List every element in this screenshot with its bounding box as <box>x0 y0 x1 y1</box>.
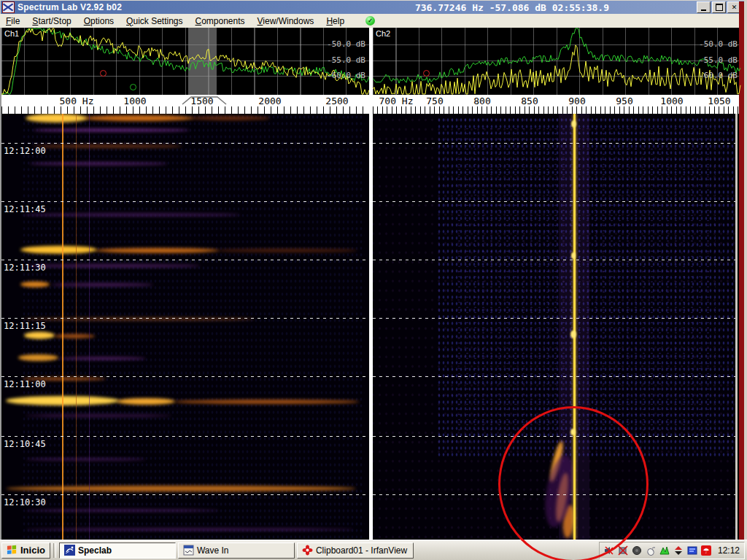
menu-item-quick-settings[interactable]: Quick Settings <box>126 16 182 26</box>
time-gridline <box>1 318 369 319</box>
time-gridline <box>373 260 735 260</box>
freq-tick-label: 950 <box>616 96 632 106</box>
minimize-button[interactable] <box>697 1 711 13</box>
spectrum-panel-ch1[interactable]: Ch1 -50.0 dB-55.0 dB-60.0 dB <box>1 28 369 95</box>
window-border-right <box>744 0 747 540</box>
time-axis-label: 12:11:45 <box>4 204 46 214</box>
freq-tick-label: 1000 <box>123 96 146 106</box>
noise-texture <box>437 117 735 459</box>
signal-streak <box>33 128 190 132</box>
db-axis-label: -60.0 dB <box>327 71 365 80</box>
desktop: { "window": { "title": "Spectrum Lab V2.… <box>0 0 747 560</box>
signal-streak <box>58 357 146 360</box>
updown-arrows-icon[interactable] <box>673 545 684 556</box>
maximize-icon <box>716 4 723 11</box>
titlebar[interactable]: Spectrum Lab V2.92 b02 736.77246 Hz -57.… <box>0 0 747 14</box>
db-axis-label: -60.0 dB <box>699 71 738 80</box>
panel-divider <box>369 28 373 540</box>
taskbar-clock[interactable]: 12:12 <box>718 545 740 556</box>
menu-item-file[interactable]: File <box>6 16 20 26</box>
time-axis-label: 12:11:15 <box>4 321 46 331</box>
waterfall-ch1[interactable]: 12:12:0012:11:4512:11:3012:11:1512:11:00… <box>1 114 369 540</box>
spectrum-trace-ch1-green <box>1 28 369 94</box>
taskbar-button-clipboard01-irfanview[interactable]: Clipboard01 - IrfanView <box>297 542 414 559</box>
minimize-icon <box>701 9 706 11</box>
freq-scale-right[interactable]: 700 Hz75080085090095010001050 <box>373 95 743 114</box>
menu-item-components[interactable]: Components <box>196 16 245 26</box>
maximize-button[interactable] <box>712 1 726 13</box>
carrier-knot <box>571 120 576 128</box>
freq-tick-label: 1050 <box>708 96 730 106</box>
time-gridline <box>373 436 735 437</box>
taskbar-button-label: Clipboard01 - IrfanView <box>316 545 407 556</box>
carrier-line <box>62 114 63 540</box>
mouse-icon[interactable] <box>646 545 656 556</box>
carrier-line <box>573 114 576 540</box>
menu-item-start-stop[interactable]: Start/Stop <box>32 16 71 26</box>
freq-tick-label: 2000 <box>258 96 281 106</box>
channel-label-ch2: Ch2 <box>376 29 390 38</box>
signal-streak <box>117 398 175 405</box>
signal-streak <box>190 116 270 120</box>
signal-streak <box>33 144 182 148</box>
freq-ticks-right <box>373 106 743 114</box>
spectrum-panel-ch2[interactable]: Ch2 -50.0 dB-55.0 dB-60.0 dB <box>373 28 741 95</box>
waterfall-ch2[interactable] <box>373 114 735 540</box>
audio-device-disabled-icon[interactable] <box>618 545 628 556</box>
network-monitor-icon[interactable] <box>659 545 670 556</box>
freq-tick-label: 750 <box>426 96 443 106</box>
freq-tick-label: 1500 <box>190 96 213 106</box>
avira-antivirus-icon[interactable]: ☂ <box>701 545 711 556</box>
spectrum-trace-ch1-yellow <box>1 28 369 94</box>
taskbar-button-speclab[interactable]: Speclab <box>59 542 176 559</box>
db-axis-label: -55.0 dB <box>699 55 738 65</box>
system-tray: ☂ 12:12 <box>599 542 745 559</box>
start-button[interactable]: Inicio <box>1 542 50 559</box>
time-gridline <box>373 376 735 377</box>
freq-tick-label: 2500 <box>325 96 348 106</box>
freq-scale-left[interactable]: 500 Hz1000150020002500 <box>1 95 369 114</box>
cursor-readout: 736.77246 Hz -57.086 dB 02:55:38.9 <box>415 2 609 13</box>
signal-streak <box>22 213 241 217</box>
time-gridline <box>1 376 369 377</box>
carrier-knot <box>570 429 576 435</box>
db-axis-label: -55.0 dB <box>327 55 365 65</box>
volume-muted-icon[interactable] <box>604 545 614 556</box>
db-axis-label: -50.0 dB <box>327 39 365 49</box>
signal-streak <box>26 414 171 417</box>
svg-text:☂: ☂ <box>703 547 709 555</box>
signal-streak <box>20 246 97 254</box>
menu-item-help[interactable]: Help <box>326 16 344 26</box>
signal-streak <box>24 332 55 339</box>
time-gridline <box>373 201 735 202</box>
freq-tick-label: 900 <box>568 96 585 106</box>
channel-label-ch1: Ch1 <box>4 29 19 38</box>
signal-streak <box>95 248 219 253</box>
spectrum-trace-ch2-yellow <box>373 45 740 94</box>
time-axis-label: 12:10:45 <box>4 439 46 449</box>
menu-bar: FileStart/StopOptionsQuick SettingsCompo… <box>0 14 747 28</box>
time-gridline <box>1 143 369 144</box>
status-led-icon: ✓ <box>365 16 375 26</box>
close-icon: ✕ <box>732 4 738 11</box>
menu-item-view-windows[interactable]: View/Windows <box>258 16 314 26</box>
display-settings-icon[interactable] <box>687 545 697 556</box>
time-gridline <box>1 260 369 260</box>
volume-knob-icon[interactable] <box>632 545 642 556</box>
time-axis-label: 12:11:30 <box>4 262 46 273</box>
taskbar: Inicio SpeclabWave InClipboard01 - Irfan… <box>0 540 747 560</box>
menu-item-options[interactable]: Options <box>84 16 114 26</box>
task-buttons: SpeclabWave InClipboard01 - IrfanView <box>59 542 414 559</box>
signal-streak <box>26 458 146 461</box>
signal-streak <box>18 354 58 361</box>
freq-tick-label: 500 Hz <box>60 96 94 106</box>
signal-streak <box>26 528 354 531</box>
signal-streak <box>6 486 356 491</box>
menu-bar-items: FileStart/StopOptionsQuick SettingsCompo… <box>6 16 344 26</box>
time-gridline <box>1 436 369 437</box>
time-gridline <box>373 143 735 144</box>
taskbar-button-wave-in[interactable]: Wave In <box>178 542 295 559</box>
irfanview-icon <box>302 545 313 556</box>
wavein-icon <box>183 545 194 556</box>
signal-streak <box>26 509 219 512</box>
